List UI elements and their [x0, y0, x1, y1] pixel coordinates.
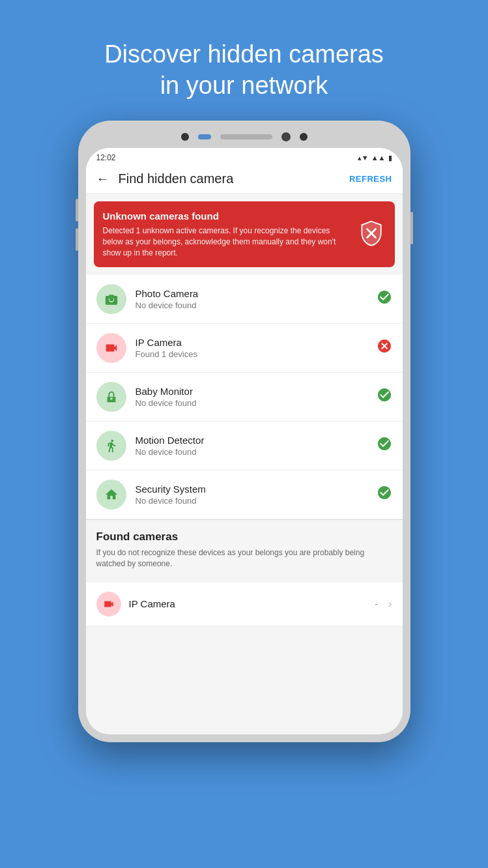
status-bar: 12:02 ▴▼ ▲▲ ▮ [86, 148, 403, 165]
baby-monitor-icon [96, 382, 126, 412]
security-system-status: No device found [136, 496, 367, 506]
baby-monitor-status-icon [377, 387, 392, 407]
camera-dot [181, 133, 189, 141]
photo-camera-name: Photo Camera [136, 288, 367, 299]
security-system-status-icon [377, 485, 392, 504]
device-item-ip-camera[interactable]: IP Camera Found 1 devices [86, 324, 403, 373]
security-system-info: Security System No device found [136, 484, 367, 506]
ip-camera-icon [96, 333, 126, 363]
found-camera-dash: - [375, 599, 379, 609]
motion-detector-status: No device found [136, 447, 367, 457]
photo-camera-info: Photo Camera No device found [136, 288, 367, 310]
hero-text: Discover hidden cameras in your network [78, 0, 410, 121]
back-button[interactable]: ← [96, 171, 109, 186]
device-item-security-system[interactable]: Security System No device found [86, 470, 403, 519]
baby-monitor-status: No device found [136, 398, 367, 408]
ip-camera-info: IP Camera Found 1 devices [136, 337, 367, 359]
found-camera-item-ip[interactable]: IP Camera - › [86, 583, 403, 626]
found-camera-arrow-icon: › [388, 598, 392, 610]
alert-text-block: Unknown cameras found Detected 1 unknown… [103, 210, 351, 258]
alert-title: Unknown cameras found [103, 210, 351, 222]
alert-description: Detected 1 unknown active cameras. If yo… [103, 225, 351, 258]
phone-sensor [198, 134, 211, 139]
app-title: Find hidden camera [119, 171, 349, 186]
phone-screen: 12:02 ▴▼ ▲▲ ▮ ← Find hidden camera REFRE… [86, 148, 403, 734]
alert-banner: Unknown cameras found Detected 1 unknown… [94, 201, 395, 267]
front-camera [281, 132, 291, 141]
baby-monitor-name: Baby Monitor [136, 386, 367, 397]
wifi-icon: ▴▼ [358, 154, 369, 162]
phone-outer: 12:02 ▴▼ ▲▲ ▮ ← Find hidden camera REFRE… [78, 121, 410, 742]
device-item-photo-camera[interactable]: Photo Camera No device found [86, 275, 403, 324]
hero-line1: Discover hidden cameras [104, 40, 384, 68]
time-display: 12:02 [96, 153, 116, 162]
photo-camera-status-icon [377, 289, 392, 309]
device-item-motion-detector[interactable]: Motion Detector No device found [86, 422, 403, 470]
alert-shield-icon [357, 219, 386, 250]
security-system-name: Security System [136, 484, 367, 495]
battery-icon: ▮ [388, 154, 392, 162]
found-ip-camera-icon [96, 592, 121, 616]
signal-icon: ▲▲ [371, 154, 386, 162]
app-bar: ← Find hidden camera REFRESH [86, 165, 403, 194]
motion-detector-status-icon [377, 436, 392, 456]
phone-speaker [220, 134, 272, 139]
motion-detector-info: Motion Detector No device found [136, 435, 367, 457]
found-cameras-section: Found cameras If you do not recognize th… [86, 519, 403, 583]
security-system-icon [96, 480, 126, 510]
photo-camera-icon [96, 284, 126, 314]
found-cameras-title: Found cameras [96, 530, 392, 543]
photo-camera-status: No device found [136, 300, 367, 310]
found-camera-name: IP Camera [129, 598, 367, 609]
phone-mockup: 12:02 ▴▼ ▲▲ ▮ ← Find hidden camera REFRE… [72, 121, 417, 868]
status-icons: ▴▼ ▲▲ ▮ [358, 154, 392, 162]
power-button [410, 212, 413, 244]
motion-detector-icon [96, 431, 126, 461]
baby-monitor-info: Baby Monitor No device found [136, 386, 367, 408]
sensor-dot [300, 133, 308, 141]
volume-up-button [76, 199, 78, 222]
hero-line2: in your network [160, 72, 328, 99]
device-item-baby-monitor[interactable]: Baby Monitor No device found [86, 373, 403, 422]
ip-camera-status-icon [377, 338, 392, 358]
phone-top-bar [86, 128, 403, 148]
volume-down-button [76, 228, 78, 251]
ip-camera-status: Found 1 devices [136, 349, 367, 359]
motion-detector-name: Motion Detector [136, 435, 367, 446]
found-cameras-description: If you do not recognize these devices as… [96, 547, 392, 570]
ip-camera-name: IP Camera [136, 337, 367, 348]
refresh-button[interactable]: REFRESH [349, 174, 392, 184]
device-list: Photo Camera No device found IP Camera F… [86, 275, 403, 519]
